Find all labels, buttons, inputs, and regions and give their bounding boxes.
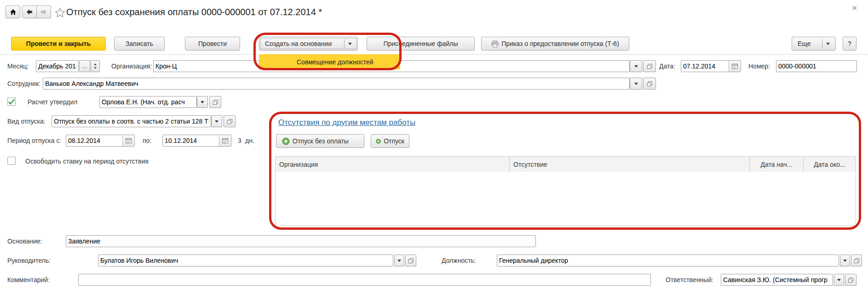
employee-label: Сотрудник: bbox=[7, 78, 40, 90]
forward-arrow-icon bbox=[40, 9, 47, 15]
column-header-absence[interactable]: Отсутствие bbox=[509, 157, 749, 172]
create-based-on-label: Создать на основании bbox=[265, 40, 332, 47]
calendar-icon bbox=[731, 63, 738, 69]
absences-table-header: Организация Отсутствие Дата нач... Дата … bbox=[275, 156, 856, 172]
period-from-calendar-button[interactable] bbox=[122, 135, 134, 146]
add-unpaid-vacation-button[interactable]: Отпуск без оплаты bbox=[276, 134, 364, 148]
period-to-field bbox=[162, 135, 231, 147]
period-label: Период отпуска с: bbox=[7, 135, 61, 147]
vacation-type-open-button[interactable] bbox=[224, 115, 236, 127]
month-label: Месяц: bbox=[7, 60, 29, 72]
open-link-icon bbox=[647, 63, 653, 69]
approved-by-dropdown-button[interactable] bbox=[197, 96, 208, 108]
write-button[interactable]: Записать bbox=[114, 37, 165, 51]
chevron-down-icon bbox=[634, 65, 638, 68]
employee-input[interactable] bbox=[43, 78, 630, 90]
back-button[interactable] bbox=[22, 6, 37, 18]
attached-files-button[interactable]: Присоединенные файлы bbox=[367, 37, 475, 51]
write-label: Записать bbox=[126, 40, 153, 47]
period-to-label: по: bbox=[143, 135, 151, 147]
open-link-icon bbox=[848, 277, 854, 283]
column-header-organization[interactable]: Организация bbox=[276, 157, 509, 172]
vacation-type-label: Вид отпуска: bbox=[7, 115, 46, 127]
approved-by-input[interactable] bbox=[99, 96, 197, 108]
responsible-open-button[interactable] bbox=[845, 274, 857, 286]
post-and-close-label: Провести и закрыть bbox=[26, 40, 91, 47]
responsible-input[interactable] bbox=[721, 274, 833, 286]
release-rate-checkbox[interactable] bbox=[7, 157, 16, 165]
button-divider bbox=[822, 39, 822, 48]
attached-files-label: Присоединенные файлы bbox=[383, 40, 458, 47]
approved-by-checkbox[interactable] bbox=[7, 97, 16, 106]
position-dropdown-button[interactable] bbox=[840, 255, 850, 266]
organization-label: Организация: bbox=[111, 60, 152, 72]
forward-button[interactable] bbox=[36, 6, 51, 18]
plus-icon bbox=[376, 137, 381, 145]
favorite-star-icon[interactable] bbox=[54, 7, 66, 20]
approved-by-open-button[interactable] bbox=[209, 96, 221, 108]
home-icon bbox=[10, 9, 17, 16]
calendar-icon bbox=[125, 137, 132, 144]
back-arrow-icon bbox=[26, 9, 33, 15]
chevron-down-icon bbox=[634, 83, 638, 85]
home-button[interactable] bbox=[6, 6, 20, 18]
open-link-icon bbox=[408, 258, 414, 264]
post-and-close-button[interactable]: Провести и закрыть bbox=[11, 37, 106, 51]
spin-down-icon bbox=[94, 67, 97, 69]
post-button[interactable]: Провести bbox=[185, 37, 240, 51]
date-input[interactable] bbox=[681, 61, 729, 72]
add-vacation-button[interactable]: Отпуск bbox=[371, 134, 409, 148]
open-link-icon bbox=[227, 119, 233, 125]
period-to-calendar-button[interactable] bbox=[219, 135, 231, 146]
open-link-icon bbox=[213, 99, 218, 105]
reason-input[interactable] bbox=[66, 235, 536, 247]
comment-input[interactable] bbox=[78, 274, 651, 286]
manager-input[interactable] bbox=[98, 255, 393, 266]
absences-other-workplaces-link[interactable]: Отсутствия по другим местам работы bbox=[278, 118, 415, 127]
dropdown-menu-item-sovmeshchenie[interactable]: Совмещение должностей bbox=[259, 54, 400, 69]
date-label: Дата: bbox=[659, 60, 675, 72]
manager-open-button[interactable] bbox=[405, 255, 416, 266]
chevron-down-icon bbox=[397, 260, 401, 262]
chevron-down-icon bbox=[201, 101, 204, 103]
more-button[interactable]: Еще bbox=[792, 37, 836, 51]
column-header-date-start[interactable]: Дата нач... bbox=[749, 157, 803, 172]
period-to-input[interactable] bbox=[163, 135, 219, 146]
month-spinner[interactable] bbox=[91, 60, 100, 72]
vacation-type-input[interactable] bbox=[52, 115, 211, 127]
position-label: Должность: bbox=[442, 255, 476, 266]
print-order-t6-button[interactable]: Приказ о предоставлении отпуска (Т-6) bbox=[481, 37, 629, 51]
month-select-button[interactable]: ... bbox=[79, 60, 90, 72]
position-open-button[interactable] bbox=[851, 255, 862, 266]
post-label: Провести bbox=[198, 40, 227, 47]
employee-open-button[interactable] bbox=[643, 78, 656, 90]
dropdown-item-label: Совмещение должностей bbox=[297, 58, 374, 66]
vacation-type-dropdown-button[interactable] bbox=[211, 115, 222, 127]
date-calendar-button[interactable] bbox=[729, 61, 741, 72]
date-field bbox=[681, 60, 741, 72]
more-arrow-zone bbox=[822, 39, 830, 48]
plus-icon bbox=[282, 137, 290, 145]
manager-dropdown-button[interactable] bbox=[394, 255, 404, 266]
close-icon[interactable]: × bbox=[852, 3, 857, 13]
manager-label: Руководитель: bbox=[7, 255, 51, 266]
release-rate-label[interactable]: Освободить ставку на период отсутствия bbox=[25, 155, 149, 167]
organization-open-button[interactable] bbox=[643, 60, 656, 72]
help-button[interactable]: ? bbox=[843, 37, 857, 51]
help-label: ? bbox=[848, 40, 851, 47]
chevron-down-icon bbox=[837, 279, 841, 281]
checkmark-icon bbox=[8, 98, 15, 105]
comment-label: Комментарий: bbox=[7, 274, 50, 286]
month-input[interactable] bbox=[36, 60, 79, 72]
period-from-input[interactable] bbox=[66, 135, 122, 146]
column-header-date-end[interactable]: Дата око... bbox=[803, 157, 856, 172]
organization-dropdown-button[interactable] bbox=[630, 60, 642, 72]
responsible-dropdown-button[interactable] bbox=[834, 274, 844, 286]
more-label: Еще bbox=[798, 40, 811, 47]
create-based-on-arrow-zone bbox=[344, 39, 352, 48]
create-based-on-button[interactable]: Создать на основании bbox=[259, 37, 358, 51]
approved-by-label[interactable]: Расчет утвердил bbox=[28, 96, 78, 108]
number-input[interactable] bbox=[776, 60, 857, 72]
position-input[interactable] bbox=[497, 255, 839, 266]
employee-dropdown-button[interactable] bbox=[630, 78, 642, 90]
